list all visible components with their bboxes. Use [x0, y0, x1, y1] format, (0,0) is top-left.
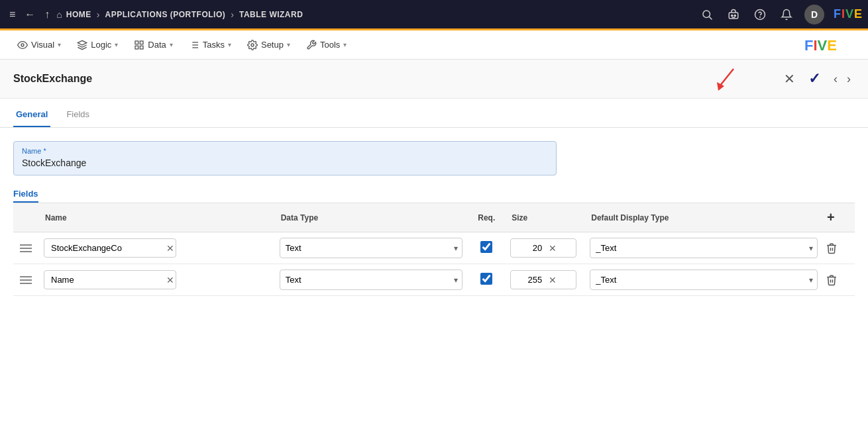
drag-cell-2 — [13, 264, 40, 296]
red-arrow-annotation — [707, 66, 740, 92]
nav-visual[interactable]: Visual ▾ — [11, 36, 68, 54]
clear-name-1-button[interactable]: ✕ — [165, 243, 176, 254]
prev-record-button[interactable]: ‹ — [830, 71, 841, 87]
nav-logic-arrow: ▾ — [115, 41, 118, 48]
clear-size-2-button[interactable]: ✕ — [547, 275, 558, 285]
svg-marker-21 — [717, 82, 724, 91]
datatype-arrow-2: ▾ — [450, 275, 462, 285]
size-input-wrap-2: ✕ — [510, 270, 576, 289]
content-area: StockExchange ✕ ✓ ‹ › — [0, 60, 868, 439]
menu-icon-button[interactable]: ≡ — [7, 6, 18, 23]
delete-cell-1 — [822, 232, 855, 264]
size-cell-2: ✕ — [506, 264, 586, 296]
col-header-drag — [13, 203, 40, 232]
clear-name-2-button[interactable]: ✕ — [165, 275, 176, 285]
req-checkbox-1[interactable] — [480, 241, 492, 253]
dialog-title: StockExchange — [13, 73, 92, 85]
req-checkbox-2[interactable] — [480, 273, 492, 285]
notifications-button[interactable] — [778, 6, 795, 23]
name-cell-2: ✕ — [40, 264, 276, 296]
nav-visual-arrow: ▾ — [58, 41, 61, 48]
dialog-nav: ‹ › — [830, 71, 855, 87]
breadcrumb-home: HOME — [66, 10, 91, 19]
avatar-letter: D — [811, 9, 818, 20]
nav-logic-label: Logic — [91, 40, 111, 50]
drag-cell-1 — [13, 232, 40, 264]
five-logo-secondary: FIVE — [804, 36, 857, 54]
svg-point-3 — [732, 15, 733, 16]
name-field-label: Name * — [22, 147, 548, 155]
size-input-1[interactable] — [511, 239, 547, 257]
delete-row-1-button[interactable] — [826, 242, 838, 254]
name-input-1[interactable] — [48, 239, 165, 257]
table-row: ✕ Text Number Date Boolean Integer — [13, 264, 855, 296]
svg-rect-11 — [135, 46, 138, 49]
name-input-2[interactable] — [48, 271, 165, 289]
drag-handle-2[interactable] — [17, 273, 36, 287]
nav-data-arrow: ▾ — [170, 41, 173, 48]
datatype-select-wrap-1: Text Number Date Boolean Integer ▾ — [280, 238, 463, 258]
check-icon: ✓ — [808, 70, 820, 87]
col-header-display: Default Display Type — [586, 203, 822, 232]
datatype-select-1[interactable]: Text Number Date Boolean Integer — [280, 238, 451, 258]
nav-tasks-label: Tasks — [203, 40, 225, 50]
close-dialog-button[interactable]: ✕ — [780, 70, 799, 88]
tab-fields[interactable]: Fields — [64, 104, 92, 127]
fields-table: Name Data Type Req. Size Default Display… — [13, 203, 855, 296]
nav-logic[interactable]: Logic ▾ — [70, 36, 125, 54]
help-button[interactable] — [751, 6, 769, 23]
robot-button[interactable] — [725, 6, 742, 23]
col-header-datatype: Data Type — [276, 203, 467, 232]
nav-data-label: Data — [148, 40, 166, 50]
display-select-1[interactable]: _Text _Number _Date — [590, 238, 805, 258]
req-cell-1 — [466, 232, 506, 264]
size-input-2[interactable] — [511, 271, 547, 289]
col-header-name: Name — [40, 203, 276, 232]
delete-row-2-button[interactable] — [826, 274, 838, 286]
clear-size-1-button[interactable]: ✕ — [547, 243, 558, 254]
datatype-arrow-1: ▾ — [450, 244, 462, 253]
nav-tools[interactable]: Tools ▾ — [299, 36, 353, 54]
hamburger-icon: ≡ — [9, 9, 15, 21]
up-button[interactable]: ↑ — [42, 6, 52, 23]
user-avatar-button[interactable]: D — [804, 5, 824, 24]
svg-point-4 — [734, 15, 735, 16]
nav-setup[interactable]: Setup ▾ — [241, 36, 297, 54]
next-icon: › — [847, 72, 851, 85]
nav-tasks[interactable]: Tasks ▾ — [182, 36, 238, 54]
add-field-button[interactable]: + — [827, 210, 835, 225]
svg-text:FIVE: FIVE — [804, 37, 837, 54]
svg-rect-9 — [135, 41, 138, 44]
secondary-nav: Visual ▾ Logic ▾ Data ▾ Tasks ▾ Setup ▾ … — [0, 30, 868, 60]
svg-point-19 — [251, 44, 254, 46]
display-select-2[interactable]: _Text _Number _Date — [590, 270, 805, 289]
drag-handle-1[interactable] — [17, 242, 36, 255]
datatype-select-2[interactable]: Text Number Date Boolean Integer — [280, 270, 451, 289]
confirm-dialog-button[interactable]: ✓ — [804, 69, 824, 89]
size-cell-1: ✕ — [506, 232, 586, 264]
svg-point-0 — [703, 11, 710, 18]
next-record-button[interactable]: › — [843, 71, 855, 87]
display-cell-1: _Text _Number _Date ▾ — [586, 232, 822, 264]
table-row: ✕ Text Number Date Boolean Integer — [13, 232, 855, 264]
add-icon: + — [827, 210, 835, 225]
five-logo: FIVE — [834, 7, 861, 21]
nav-left: ≡ ← ↑ ⌂ HOME › APPLICATIONS (PORTFOLIO) … — [7, 6, 698, 23]
tab-fields-label: Fields — [66, 109, 89, 119]
search-button[interactable] — [698, 6, 716, 23]
top-nav-bar: ≡ ← ↑ ⌂ HOME › APPLICATIONS (PORTFOLIO) … — [0, 0, 868, 30]
svg-line-1 — [709, 17, 712, 19]
back-button[interactable]: ← — [22, 6, 38, 23]
col-header-size: Size — [506, 203, 586, 232]
fields-section-title: Fields — [13, 182, 38, 203]
nav-setup-arrow: ▾ — [287, 41, 290, 48]
name-input-wrap-2: ✕ — [44, 270, 176, 289]
tab-general[interactable]: General — [13, 104, 50, 127]
display-arrow-2: ▾ — [805, 275, 817, 285]
nav-data[interactable]: Data ▾ — [127, 36, 179, 54]
form-area: Name * StockExchange — [0, 128, 868, 182]
dialog-header: StockExchange ✕ ✓ ‹ › — [0, 60, 868, 99]
nav-tools-label: Tools — [320, 40, 340, 50]
up-icon: ↑ — [44, 9, 50, 21]
back-icon: ← — [25, 9, 35, 21]
